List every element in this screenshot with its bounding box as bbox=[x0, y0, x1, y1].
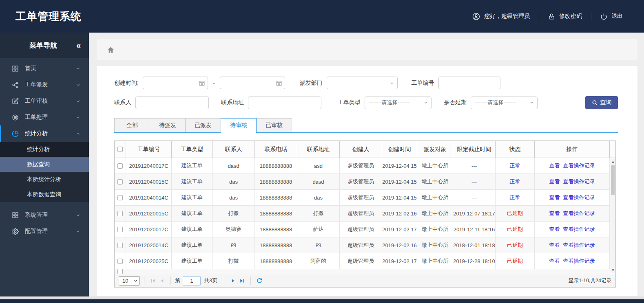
cell-status: 已延期 bbox=[496, 222, 535, 237]
row-checkbox[interactable] bbox=[117, 243, 123, 248]
view-log-link[interactable]: 查看操作记录 bbox=[563, 210, 595, 217]
sidebar-subitem-branch-stats[interactable]: 本所统计分析 bbox=[0, 172, 89, 187]
dispatch-dept-select[interactable] bbox=[327, 77, 398, 89]
page-number-input[interactable] bbox=[183, 276, 201, 285]
tab-dispatched[interactable]: 已派发 bbox=[185, 118, 221, 132]
view-link[interactable]: 查看 bbox=[549, 242, 560, 249]
view-log-link[interactable]: 查看操作记录 bbox=[563, 242, 595, 249]
view-log-link[interactable]: 查看操作记录 bbox=[563, 257, 595, 265]
last-page-icon[interactable] bbox=[237, 276, 246, 285]
column-header[interactable]: 工单编号 bbox=[126, 141, 172, 158]
column-header[interactable]: 创建时间 bbox=[382, 141, 417, 158]
cell-created-at: 2019-12-02 17 bbox=[382, 253, 417, 269]
page-size-select[interactable]: 10 bbox=[119, 276, 140, 285]
create-time-end-input[interactable] bbox=[220, 77, 285, 89]
tab-pending-dispatch[interactable]: 待派发 bbox=[150, 118, 186, 132]
row-checkbox[interactable] bbox=[117, 269, 123, 274]
address-label: 联系地址 bbox=[221, 99, 244, 106]
row-checkbox[interactable] bbox=[117, 227, 123, 232]
view-link[interactable]: 查看 bbox=[549, 162, 560, 169]
cell-actions: 查看查看操作记录 bbox=[535, 158, 610, 173]
cell-deadline: 2019-12-11 18:16 bbox=[453, 222, 496, 237]
row-checkbox-cell bbox=[115, 269, 126, 274]
scrollbar-thumb[interactable] bbox=[611, 165, 615, 195]
row-checkbox[interactable] bbox=[117, 163, 123, 169]
select-all-checkbox[interactable] bbox=[117, 147, 123, 152]
table-row: 201912040017C建议工单dasd18888888888asd超级管理员… bbox=[115, 158, 610, 174]
cell-created-at: 2019-12-02 17 bbox=[382, 222, 417, 237]
column-header[interactable]: 联系人 bbox=[212, 141, 255, 158]
row-checkbox[interactable] bbox=[117, 179, 123, 184]
tab-all[interactable]: 全部 bbox=[114, 118, 150, 132]
row-checkbox[interactable] bbox=[117, 259, 123, 264]
view-link[interactable]: 查看 bbox=[549, 178, 560, 185]
column-header[interactable]: 操作 bbox=[535, 141, 610, 158]
header-spacer bbox=[610, 141, 615, 158]
sidebar-item-process[interactable]: 工单处理 bbox=[0, 109, 89, 125]
sidebar-item-label: 系统管理 bbox=[25, 211, 48, 219]
sidebar-item-review[interactable]: 工单审核 bbox=[0, 93, 89, 109]
content-panel: 创建时间: - bbox=[97, 66, 637, 296]
home-icon[interactable] bbox=[107, 46, 115, 54]
delay-value: -------请选择------- bbox=[475, 99, 516, 106]
view-link[interactable]: 查看 bbox=[549, 194, 560, 201]
user-greeting[interactable]: 您好，超级管理员 bbox=[463, 13, 539, 20]
sidebar-subitem-branch-data-query[interactable]: 本所数据查询 bbox=[0, 187, 89, 202]
sidebar-item-stats[interactable]: 统计分析 bbox=[0, 125, 89, 142]
column-header[interactable]: 创建人 bbox=[340, 141, 382, 158]
sidebar-title: 菜单导航 bbox=[29, 41, 57, 50]
row-checkbox[interactable] bbox=[117, 195, 123, 200]
cell-status: 已延期 bbox=[496, 206, 535, 221]
sidebar-item-home[interactable]: 首页 bbox=[0, 60, 89, 77]
column-header[interactable]: 联系地址 bbox=[297, 141, 340, 158]
prev-page-icon[interactable] bbox=[157, 276, 166, 285]
create-time-start-input[interactable] bbox=[143, 77, 208, 89]
contact-input[interactable] bbox=[135, 97, 209, 109]
sidebar-subitem-stats-analysis[interactable]: 统计分析 bbox=[0, 142, 89, 157]
chevron-down-icon bbox=[529, 100, 534, 105]
vertical-scrollbar[interactable] bbox=[610, 158, 615, 273]
cell-phone: 18888888888 bbox=[255, 158, 297, 173]
order-type-select[interactable]: -------请选择------- bbox=[365, 97, 432, 109]
search-button[interactable]: 查询 bbox=[585, 96, 618, 109]
cell-order-no: 201912020014C bbox=[126, 237, 172, 253]
database-icon bbox=[12, 114, 19, 121]
cell-actions: 查看查看操作记录 bbox=[535, 253, 610, 269]
view-log-link[interactable]: 查看操作记录 bbox=[563, 194, 595, 201]
sidebar-subitem-data-query[interactable]: 数据查询 bbox=[0, 157, 89, 172]
delay-select[interactable]: -------请选择------- bbox=[471, 97, 538, 109]
column-header[interactable]: 状态 bbox=[496, 141, 535, 158]
next-page-icon[interactable] bbox=[228, 276, 237, 285]
view-log-link[interactable]: 查看操作记录 bbox=[563, 178, 595, 185]
cell-address: dasd bbox=[297, 174, 340, 189]
row-checkbox[interactable] bbox=[117, 211, 123, 216]
view-log-link[interactable]: 查看操作记录 bbox=[563, 162, 595, 169]
chevron-down-icon bbox=[423, 100, 428, 105]
cell-creator: 超级管理员 bbox=[340, 222, 382, 237]
collapse-sidebar-icon[interactable]: « bbox=[76, 41, 80, 50]
order-no-input[interactable] bbox=[438, 77, 500, 89]
view-link[interactable]: 查看 bbox=[549, 226, 560, 233]
address-input[interactable] bbox=[248, 97, 321, 109]
footer-bar bbox=[0, 299, 644, 303]
sidebar-item-dispatch[interactable]: 工单派发 bbox=[0, 77, 89, 93]
refresh-icon[interactable] bbox=[255, 276, 264, 285]
column-header[interactable]: 联系电话 bbox=[255, 141, 297, 158]
chevron-down-icon bbox=[75, 82, 81, 88]
cell-order-type: 建议工单 bbox=[172, 174, 212, 189]
view-link[interactable]: 查看 bbox=[549, 257, 560, 265]
column-header[interactable]: 派发对象 bbox=[417, 141, 453, 158]
sidebar-item-config[interactable]: 配置管理 bbox=[0, 223, 89, 239]
tab-reviewed[interactable]: 已审核 bbox=[256, 118, 292, 132]
tab-pending-review[interactable]: 待审核 bbox=[221, 118, 257, 133]
view-link[interactable]: 查看 bbox=[549, 210, 560, 217]
column-header[interactable]: 工单类型 bbox=[172, 141, 212, 158]
view-log-link[interactable]: 查看操作记录 bbox=[563, 226, 595, 233]
column-header[interactable]: 限定截止时间 bbox=[453, 141, 496, 158]
change-password-button[interactable]: 修改密码 bbox=[539, 13, 591, 20]
first-page-icon[interactable] bbox=[148, 276, 157, 285]
scroll-down-arrow[interactable] bbox=[610, 267, 615, 273]
logout-button[interactable]: 退出 bbox=[591, 13, 632, 20]
scroll-up-arrow[interactable] bbox=[610, 159, 615, 165]
sidebar-item-system[interactable]: 系统管理 bbox=[0, 207, 89, 223]
